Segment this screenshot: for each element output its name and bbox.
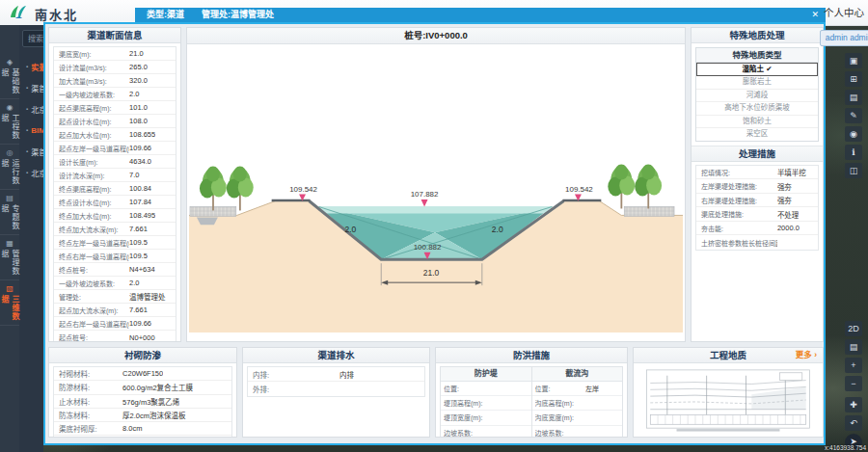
row-label: 一级内坡边坡系数: <box>59 90 129 99</box>
tree-item-label: 北京 <box>31 104 43 115</box>
sidebar-item-icon: ◉ <box>7 103 14 113</box>
left-sidebar: ◈基础数据◉工程数据◎运行数据▤专题数据▦管理数据▧三维数据 <box>0 25 19 452</box>
geology-type-item[interactable]: 湿陷土 ✔ <box>696 63 818 76</box>
more-link[interactable]: 更多 › <box>796 348 817 362</box>
tree-item-label: 实景 <box>31 62 43 72</box>
row-label: 设计长度(m): <box>59 157 129 167</box>
flood-dike-rows: 位置:堤顶高程(m):堤顶宽度(m):边坡系数:护砌形式:浆砌石 <box>441 382 531 438</box>
row-label: 加大流量(m3/s): <box>59 76 129 86</box>
row-value: 2000.0 <box>777 224 800 232</box>
data-row: 左岸渠堤处理措施:强夯 <box>696 179 818 194</box>
row-label: 位置: <box>444 384 495 393</box>
personal-center-link[interactable]: 个人中心 <box>824 5 864 19</box>
row-label: 渠底衬砌厚: <box>59 423 122 434</box>
layers-icon[interactable]: ▤ <box>845 90 862 105</box>
data-row: 衬砌材料:C20W6F150 <box>54 367 231 381</box>
marker-icon[interactable]: ◉ <box>845 126 862 142</box>
zoom-out-button[interactable]: − <box>845 376 862 391</box>
data-row: 外排: <box>248 382 424 396</box>
mode-2d-button[interactable]: 2D <box>845 321 862 336</box>
data-row: 位置:左岸 <box>532 382 623 396</box>
data-row: 内排:内排 <box>248 367 424 382</box>
row-value: 109.5 <box>129 238 148 247</box>
tree-item[interactable]: ▪实景 <box>19 56 43 77</box>
row-value: N0+000 <box>129 333 154 342</box>
flood-ditch-rows: 位置:左岸沟底高程(m):沟底宽度(m):边坡系数:排入河道: <box>532 382 623 438</box>
grid-icon[interactable]: ⊞ <box>845 71 862 87</box>
geology-type-item[interactable]: 高地下水位砂质渠坡 <box>696 102 818 116</box>
row-value: 强夯 <box>777 195 792 205</box>
sidebar-item-专题数据[interactable]: ▤专题数据 <box>0 190 19 235</box>
basemap-icon[interactable]: ▤ <box>845 339 862 355</box>
station-header: 桩号:IV0+000.0 <box>187 28 685 44</box>
tree-item[interactable]: ▪北京 <box>19 98 43 120</box>
edit-icon[interactable]: ✎ <box>845 108 862 123</box>
tree-item[interactable]: ▪北京 <box>19 162 43 183</box>
data-row: 终点右岸一级马道高程(m):109.5 <box>54 250 176 263</box>
media-icon[interactable]: ▣ <box>845 53 862 68</box>
row-value: N4+634 <box>129 265 154 274</box>
section-info-title: 渠道断面信息 <box>49 28 180 43</box>
data-row: 沟底宽度(m): <box>532 411 623 425</box>
lining-title: 衬砌防渗 <box>49 348 236 363</box>
dialog-title: 类型:渠道 管理处:温博管理处 <box>147 10 274 19</box>
flood-table: 防护堤 位置:堤顶高程(m):堤顶宽度(m):边坡系数:护砌形式:浆砌石 截流沟… <box>440 366 623 438</box>
layer-tree-panel: 搜索 ▪实景▪渠首▪北京▪BIM▪渠首▪北京 <box>19 25 43 452</box>
row-value: 108.655 <box>129 130 155 139</box>
geology-type-item[interactable]: 采空区 <box>696 128 818 141</box>
data-row: 防渗材料:600.0g/m2复合土工膜 <box>54 381 231 394</box>
app-logo-icon <box>7 4 30 24</box>
row-label: 沟底宽度(m): <box>535 412 586 422</box>
left-bank-elevation-label: 109.542 <box>289 185 317 194</box>
data-row: 设计长度(m):4634.0 <box>54 155 176 169</box>
row-label: 位置: <box>535 384 586 393</box>
close-icon[interactable]: ✕ <box>811 8 819 22</box>
tree-item[interactable]: ▪渠首 <box>19 77 43 98</box>
row-label: 起点左岸一级马道高程(m): <box>59 144 129 153</box>
data-row: 渠坡衬砌厚:10.0cm <box>54 436 231 438</box>
sidebar-item-三维数据[interactable]: ▧三维数据 <box>0 280 19 326</box>
geology-type-item[interactable]: 河滩段 <box>696 90 818 103</box>
sidebar-item-管理数据[interactable]: ▦管理数据 <box>0 235 19 280</box>
sidebar-item-icon: ▤ <box>6 194 14 203</box>
data-row: 挖填情况:半填半挖 <box>696 166 818 180</box>
flood-panel: 防洪措施 防护堤 位置:堤顶高程(m):堤顶宽度(m):边坡系数:护砌形式:浆砌… <box>435 347 628 438</box>
geology-type-list: 湿陷土 ✔膨胀岩土河滩段高地下水位砂质渠坡饱和砂土采空区 <box>696 63 818 141</box>
data-row: 起点加大水位(m):108.655 <box>54 128 176 142</box>
zoom-in-button[interactable]: + <box>845 358 862 373</box>
admin-user-chip[interactable]: admin admin <box>820 30 868 46</box>
info-icon[interactable]: ℹ <box>845 145 862 160</box>
flood-dike-header: 防护堤 <box>441 367 531 382</box>
row-value: 厚2.0cm泡沫保温板 <box>122 410 185 420</box>
sidebar-item-icon: ▧ <box>6 284 14 294</box>
row-label: 渠底处理措施: <box>701 209 777 219</box>
pan-icon[interactable]: ✚ <box>845 397 862 412</box>
cross-section-diagram: 109.542 107.882 109.542 100.882 2.0 2.0 … <box>187 44 685 342</box>
data-row: 终点设计水位(m):107.84 <box>54 196 176 209</box>
sidebar-item-基础数据[interactable]: ◈基础数据 <box>0 54 19 99</box>
row-value: 半填半挖 <box>777 167 806 177</box>
row-value: 600.0g/m2复合土工膜 <box>122 382 193 392</box>
engineering-geology-label: 工程地质 <box>710 350 746 360</box>
geology-type-item[interactable]: 饱和砂土 <box>696 116 818 129</box>
sidebar-item-运行数据[interactable]: ◎运行数据 <box>0 145 19 190</box>
rotate-icon[interactable]: ↶ <box>845 415 862 431</box>
sidebar-item-工程数据[interactable]: ◉工程数据 <box>0 99 19 145</box>
sidebar-item-icon: ▦ <box>6 239 14 249</box>
row-value: 107.84 <box>129 198 151 206</box>
row-value: 不处理 <box>777 209 800 220</box>
data-row: 渠底处理措施:不处理 <box>696 207 818 222</box>
camera-icon[interactable]: ◫ <box>845 163 862 178</box>
data-row: 起点桩号:N0+000 <box>54 331 176 342</box>
geology-profile-thumbnail[interactable] <box>634 363 823 437</box>
tree-item[interactable]: ▪渠首 <box>19 141 43 162</box>
special-geology-title: 特殊地质处理 <box>692 28 823 43</box>
geology-type-item[interactable]: 膨胀岩土 <box>696 76 818 90</box>
sidebar-item-label: 三维数据 <box>0 295 20 325</box>
row-label: 一级外坡边坡系数: <box>59 279 129 288</box>
left-trees <box>200 167 254 211</box>
search-input[interactable]: 搜索 <box>22 30 43 47</box>
left-slope-label: 2.0 <box>344 225 356 234</box>
section-info-panel: 渠道断面信息 渠底宽(m):21.0设计流量(m3/s):265.0加大流量(m… <box>48 27 181 342</box>
tree-item[interactable]: ▪BIM <box>19 120 43 141</box>
